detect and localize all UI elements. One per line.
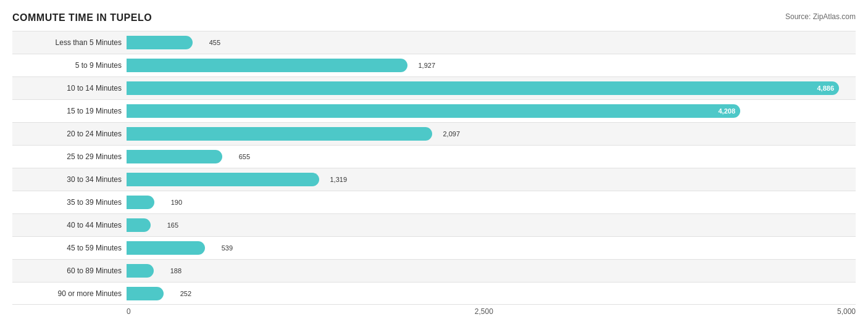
bar: 165 — [127, 218, 151, 232]
bar-area: 2,097 — [127, 123, 856, 145]
x-axis-label: 5,000 — [837, 307, 856, 316]
bar-label: 15 to 19 Minutes — [12, 107, 127, 115]
bar-row: 15 to 19 Minutes4,208 — [12, 99, 856, 122]
chart-body: Less than 5 Minutes4555 to 9 Minutes1,92… — [12, 31, 856, 305]
bar-area: 4,886 — [127, 77, 856, 99]
bar-area: 655 — [127, 146, 856, 168]
bar: 4,886 — [127, 81, 839, 95]
bar: 2,097 — [127, 127, 432, 141]
bar-value: 455 — [209, 39, 220, 46]
bar-value: 1,319 — [330, 176, 347, 183]
bar: 539 — [127, 241, 205, 255]
bar-row: 30 to 34 Minutes1,319 — [12, 168, 856, 191]
bar-label: 5 to 9 Minutes — [12, 61, 127, 70]
bar-value: 252 — [180, 290, 191, 297]
bar-area: 252 — [127, 283, 856, 304]
bar-value: 655 — [239, 153, 250, 160]
bar-value: 190 — [171, 199, 182, 206]
bar-value: 188 — [170, 267, 182, 275]
bar: 4,208 — [127, 104, 740, 118]
bar-value: 165 — [167, 221, 178, 229]
chart-header: COMMUTE TIME IN TUPELO Source: ZipAtlas.… — [12, 12, 856, 23]
bar-area: 165 — [127, 214, 856, 236]
bar: 188 — [127, 264, 154, 278]
x-axis-label: 0 — [127, 307, 131, 316]
bar-value: 539 — [222, 244, 233, 252]
bar-label: 60 to 89 Minutes — [12, 266, 127, 275]
bar-value: 4,886 — [817, 85, 834, 92]
bar: 455 — [127, 36, 193, 49]
bar: 252 — [127, 287, 164, 300]
bar-row: 40 to 44 Minutes165 — [12, 213, 856, 236]
bar-label: 25 to 29 Minutes — [12, 152, 127, 161]
bar-row: Less than 5 Minutes455 — [12, 31, 856, 54]
bar-area: 4,208 — [127, 100, 856, 122]
bar-row: 25 to 29 Minutes655 — [12, 145, 856, 168]
bar-area: 539 — [127, 237, 856, 259]
bar-value: 1,927 — [418, 62, 435, 69]
bar: 1,927 — [127, 59, 407, 72]
bar-label: 45 to 59 Minutes — [12, 244, 127, 252]
bar-row: 35 to 39 Minutes190 — [12, 191, 856, 213]
chart-title: COMMUTE TIME IN TUPELO — [12, 12, 152, 23]
bar: 655 — [127, 150, 222, 163]
bar-row: 90 or more Minutes252 — [12, 282, 856, 305]
bar-area: 1,319 — [127, 168, 856, 191]
bar-row: 5 to 9 Minutes1,927 — [12, 54, 856, 76]
bar-area: 1,927 — [127, 54, 856, 76]
bar: 1,319 — [127, 173, 319, 186]
bar-value: 4,208 — [718, 107, 735, 115]
bar-label: 30 to 34 Minutes — [12, 175, 127, 184]
bar-value: 2,097 — [443, 130, 460, 138]
bar-row: 20 to 24 Minutes2,097 — [12, 122, 856, 145]
x-axis: 02,5005,000 — [127, 307, 856, 316]
chart-container: COMMUTE TIME IN TUPELO Source: ZipAtlas.… — [0, 0, 868, 322]
bar-row: 10 to 14 Minutes4,886 — [12, 76, 856, 99]
bar-label: Less than 5 Minutes — [12, 38, 127, 47]
bar-label: 40 to 44 Minutes — [12, 221, 127, 229]
bar-row: 45 to 59 Minutes539 — [12, 236, 856, 259]
bar: 190 — [127, 196, 154, 209]
chart-source: Source: ZipAtlas.com — [785, 12, 856, 21]
bar-label: 35 to 39 Minutes — [12, 198, 127, 207]
bar-area: 455 — [127, 31, 856, 54]
bar-label: 90 or more Minutes — [12, 289, 127, 298]
bar-area: 190 — [127, 191, 856, 213]
bar-area: 188 — [127, 260, 856, 282]
bar-label: 20 to 24 Minutes — [12, 130, 127, 138]
bar-label: 10 to 14 Minutes — [12, 84, 127, 93]
x-axis-label: 2,500 — [475, 307, 493, 316]
bar-row: 60 to 89 Minutes188 — [12, 259, 856, 282]
x-axis-labels: 02,5005,000 — [127, 307, 856, 316]
